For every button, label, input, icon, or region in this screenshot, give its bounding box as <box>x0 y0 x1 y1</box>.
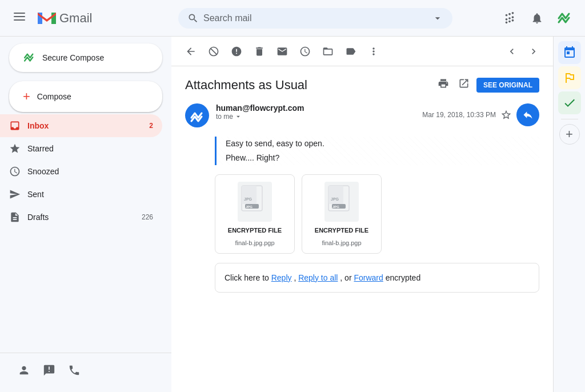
email-meta-right: Mar 19, 2018, 10:33 PM <box>422 103 539 126</box>
menu-icon[interactable] <box>9 6 30 30</box>
sidebar-item-starred[interactable]: Starred <box>0 137 162 160</box>
delete-button[interactable] <box>249 41 270 62</box>
secure-compose-label: Secure Compose <box>42 53 104 62</box>
open-button[interactable] <box>456 75 472 94</box>
svg-rect-0 <box>14 13 25 14</box>
search-icon <box>187 13 199 24</box>
compose-label: Compose <box>37 92 71 101</box>
svg-rect-7 <box>242 186 257 204</box>
email-subject-row: Attachments as Usual SEE ORIGINAL <box>185 75 539 94</box>
calendar-sidebar-icon[interactable] <box>558 41 581 64</box>
sidebar-item-sent[interactable]: Sent <box>0 183 162 206</box>
sender-to[interactable]: to me <box>216 113 415 121</box>
email-body-line1: Easy to send, easy to open. <box>226 137 539 151</box>
sidebar-divider <box>561 119 578 119</box>
sidebar-item-snoozed[interactable]: Snoozed <box>0 160 162 183</box>
search-bar[interactable]: Search mail <box>178 8 452 29</box>
reply-link[interactable]: Reply <box>271 273 292 282</box>
reply-bar: Click here to Reply , Reply to all , or … <box>215 263 539 293</box>
reply-mid: , or <box>340 273 354 282</box>
content-area: Attachments as Usual SEE ORIGINAL <box>171 37 553 392</box>
flowcrypt-header-icon[interactable] <box>553 7 576 30</box>
sender-email: human@flowcrypt.com <box>216 103 415 113</box>
search-dropdown-icon <box>432 13 443 24</box>
forward-link[interactable]: Forward <box>354 273 383 282</box>
attachment-icon-1: JPG JPG <box>238 182 272 222</box>
svg-text:JPG: JPG <box>332 205 339 209</box>
chat-icon[interactable] <box>39 360 59 381</box>
sidebar: Secure Compose + Compose Inbox 2 Starred… <box>0 37 171 392</box>
more-button[interactable] <box>363 41 384 62</box>
prev-email-button[interactable] <box>502 41 522 62</box>
attachment-card-2[interactable]: JPG JPG ENCRYPTED FILE final-b.jpg.pgp <box>302 174 382 253</box>
notifications-icon[interactable] <box>526 7 548 30</box>
attachment-filename-2: final-b.jpg.pgp <box>322 239 361 246</box>
tasks-sidebar-icon[interactable] <box>558 66 581 89</box>
gmail-logo-text: Gmail <box>59 11 92 26</box>
svg-rect-2 <box>14 19 25 21</box>
drafts-badge: 226 <box>142 213 153 221</box>
sidebar-item-drafts[interactable]: Drafts 226 <box>0 206 162 229</box>
reply-suffix: encrypted <box>386 273 420 282</box>
no-entry-button[interactable] <box>203 41 224 62</box>
apps-icon[interactable] <box>498 7 521 30</box>
print-button[interactable] <box>435 75 451 94</box>
svg-rect-1 <box>14 16 25 17</box>
attachment-label-2: ENCRYPTED FILE <box>315 226 368 234</box>
reply-button[interactable] <box>516 103 539 126</box>
secure-compose-button[interactable]: Secure Compose <box>9 43 162 72</box>
contacts-icon[interactable] <box>14 360 34 381</box>
svg-text:JPG: JPG <box>244 197 253 201</box>
snooze-button[interactable] <box>295 41 315 62</box>
sent-icon <box>9 189 21 200</box>
inbox-badge: 2 <box>149 122 153 130</box>
email-header-row: human@flowcrypt.com to me Mar 19, 2018, … <box>185 103 539 127</box>
drafts-label: Drafts <box>27 213 135 222</box>
svg-rect-12 <box>328 186 343 204</box>
sidebar-item-inbox[interactable]: Inbox 2 <box>0 114 162 137</box>
header-right <box>498 7 576 30</box>
phone-icon[interactable] <box>64 360 85 381</box>
email-subject-text: Attachments as Usual <box>185 78 307 93</box>
reply-prefix: Click here to <box>225 273 271 282</box>
snoozed-label: Snoozed <box>27 167 153 176</box>
back-button[interactable] <box>181 41 201 62</box>
label-button[interactable] <box>340 41 361 62</box>
compose-plus-icon: + <box>23 90 30 103</box>
compose-button[interactable]: + Compose <box>9 81 162 112</box>
email-body: Easy to send, easy to open. Phew.... Rig… <box>215 137 539 165</box>
secure-compose-icon <box>23 51 35 64</box>
add-plugin-button[interactable]: + <box>559 124 580 145</box>
next-email-button[interactable] <box>523 41 544 62</box>
right-sidebar: + <box>553 37 585 392</box>
attachment-card-1[interactable]: JPG JPG ENCRYPTED FILE final-b.jpg.pgp <box>215 174 295 253</box>
star-button[interactable] <box>500 109 512 121</box>
mark-unread-button[interactable] <box>272 41 292 62</box>
attachment-icon-2: JPG JPG <box>324 182 359 222</box>
see-original-button[interactable]: SEE ORIGINAL <box>476 78 539 93</box>
inbox-icon <box>9 120 21 131</box>
sent-label: Sent <box>27 190 153 199</box>
starred-icon <box>9 143 21 154</box>
drafts-icon <box>9 211 21 223</box>
contacts-sidebar-icon[interactable] <box>558 91 581 114</box>
svg-text:JPG: JPG <box>246 205 253 209</box>
reply-all-link[interactable]: Reply to all <box>298 273 338 282</box>
starred-label: Starred <box>27 144 153 153</box>
report-spam-button[interactable] <box>226 41 247 62</box>
attachments-row: JPG JPG ENCRYPTED FILE final-b.jpg.pgp <box>215 174 539 253</box>
email-toolbar <box>171 37 553 66</box>
header-left: Gmail <box>9 6 169 30</box>
svg-text:JPG: JPG <box>331 197 339 201</box>
attachment-label-1: ENCRYPTED FILE <box>228 226 282 234</box>
main-layout: Secure Compose + Compose Inbox 2 Starred… <box>0 37 585 392</box>
sender-info: human@flowcrypt.com to me <box>216 103 415 121</box>
email-content: Attachments as Usual SEE ORIGINAL <box>171 66 553 392</box>
sender-avatar <box>185 103 209 127</box>
move-button[interactable] <box>318 41 338 62</box>
inbox-label: Inbox <box>27 121 142 130</box>
to-dropdown-icon <box>234 113 242 121</box>
email-body-line2: Phew.... Right? <box>226 151 539 165</box>
attachment-filename-1: final-b.jpg.pgp <box>235 239 274 246</box>
header: Gmail Search mail <box>0 0 585 37</box>
